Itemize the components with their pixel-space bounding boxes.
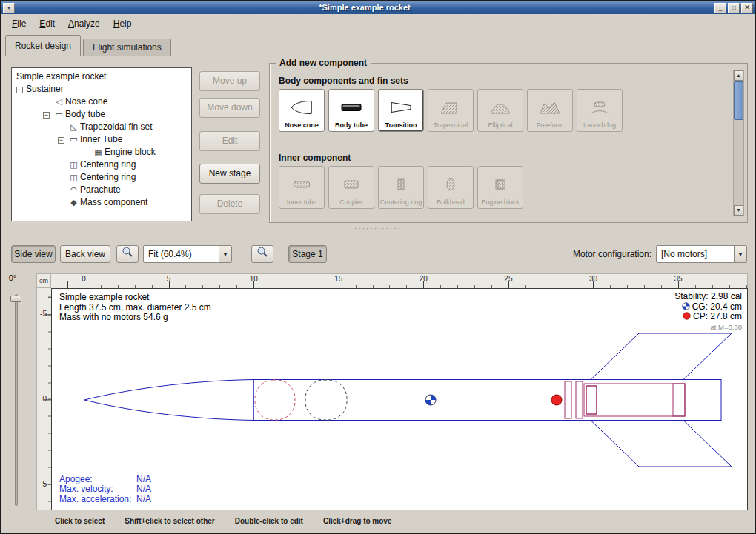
new-stage-button[interactable]: New stage xyxy=(199,164,260,184)
tree-item-label: Centering ring xyxy=(80,172,136,182)
ruler-ticks xyxy=(51,281,747,288)
add-elliptical-fin-button[interactable]: Elliptical xyxy=(477,89,523,132)
close-button[interactable]: ✕ xyxy=(741,3,753,13)
tab-rocket-design[interactable]: Rocket design xyxy=(5,35,81,56)
tree-item-engine-block[interactable]: ▦Engine block xyxy=(12,146,191,158)
window-menu-button[interactable]: ▼ xyxy=(3,3,15,13)
magnifier-icon xyxy=(122,246,133,263)
tree-item-parachute[interactable]: ◠Parachute xyxy=(12,184,191,196)
tree-item-rocket[interactable]: Simple example rocket xyxy=(12,70,191,83)
chevron-down-icon[interactable]: ▼ xyxy=(734,246,746,262)
scroll-up-icon[interactable]: ▲ xyxy=(734,70,743,81)
slider-handle[interactable] xyxy=(10,296,21,302)
ruler-number: 20 xyxy=(412,275,434,283)
ruler-number: 30 xyxy=(583,275,605,283)
scroll-down-icon[interactable]: ▼ xyxy=(734,205,743,216)
tree-item-inner-tube[interactable]: ▭Inner Tube xyxy=(12,133,191,146)
tree-item-nose-cone[interactable]: ◁Nose cone xyxy=(12,96,191,108)
add-trapezoidal-fin-button[interactable]: Trapezoidal xyxy=(428,89,474,132)
tree-item-label: Simple example rocket xyxy=(16,71,106,81)
chevron-down-icon[interactable]: ▼ xyxy=(219,246,231,262)
tree-item-stage[interactable]: Sustainer xyxy=(12,83,191,96)
tree-item-label: Engine block xyxy=(105,147,156,157)
tree-item-centering-ring-2[interactable]: ◫Centering ring xyxy=(12,171,191,184)
add-launch-lug-button[interactable]: Launch lug xyxy=(577,89,623,132)
split-pane-divider[interactable] xyxy=(1,227,755,238)
cp-marker xyxy=(551,395,562,405)
zoom-out-button[interactable] xyxy=(251,245,273,263)
rocket-dimensions: Length 37.5 cm, max. diameter 2.5 cm xyxy=(59,303,211,313)
zoom-in-button[interactable] xyxy=(116,245,139,263)
tree-item-body-tube[interactable]: ▭Body tube xyxy=(12,108,191,121)
collapse-handle-icon[interactable] xyxy=(43,112,50,119)
side-view-button[interactable]: Side view xyxy=(11,245,56,263)
tree-item-centering-ring-1[interactable]: ◫Centering ring xyxy=(12,158,191,171)
slider-track[interactable] xyxy=(15,294,18,506)
add-body-tube-button[interactable]: Body tube xyxy=(328,89,374,132)
title-bar[interactable]: ▼ *Simple example rocket _ □ ✕ xyxy=(1,1,755,14)
inner-component-label: Inner component xyxy=(279,153,351,163)
vertical-ruler: -5 0 5 xyxy=(36,288,51,510)
elliptical-fin-icon xyxy=(488,93,512,121)
collapse-handle-icon[interactable] xyxy=(58,137,64,144)
tree-item-label: Sustainer xyxy=(26,84,64,94)
application-window: ▼ *Simple example rocket _ □ ✕ File Edit… xyxy=(0,0,756,534)
rotation-value: 0° xyxy=(2,273,23,282)
tree-item-label: Mass component xyxy=(80,197,147,207)
motor-configuration-value: [No motors] xyxy=(657,249,734,259)
component-tree[interactable]: Simple example rocket Sustainer ◁Nose co… xyxy=(11,67,192,221)
hint-click-select: Click to select xyxy=(55,517,105,531)
add-nose-cone-button[interactable]: Nose cone xyxy=(279,89,325,132)
cg-icon xyxy=(682,302,690,310)
menu-analyze[interactable]: Analyze xyxy=(62,16,107,32)
menu-edit[interactable]: Edit xyxy=(33,16,62,32)
parachute-icon: ◠ xyxy=(67,184,80,196)
menu-file[interactable]: File xyxy=(5,16,33,32)
button-label: Trapezoidal xyxy=(434,121,468,129)
menu-help[interactable]: Help xyxy=(107,16,139,32)
cg-readout: CG: 20.4 cm xyxy=(674,302,742,313)
add-freeform-fin-button[interactable]: Freeform xyxy=(527,89,573,132)
centering-ring-icon xyxy=(389,170,413,198)
ruler-number: 35 xyxy=(667,275,689,283)
add-inner-tube-button[interactable]: Inner tube xyxy=(279,166,325,209)
freeform-fin-icon xyxy=(538,93,562,121)
add-centering-ring-button[interactable]: Centering ring xyxy=(378,166,424,209)
edit-button[interactable]: Edit xyxy=(199,131,260,151)
maximize-button[interactable]: □ xyxy=(728,3,740,13)
stage-1-toggle[interactable]: Stage 1 xyxy=(288,245,327,263)
rotation-slider[interactable] xyxy=(10,291,22,509)
max-velocity-value: N/A xyxy=(136,484,151,495)
ruler-unit: cm xyxy=(36,273,51,288)
add-coupler-button[interactable]: Coupler xyxy=(328,166,374,209)
component-scrollbar[interactable]: ▲ ▼ xyxy=(733,70,744,216)
move-down-button[interactable]: Move down xyxy=(199,98,260,118)
button-label: Launch lug xyxy=(583,121,616,129)
scrollbar-thumb[interactable] xyxy=(734,81,743,120)
tree-item-fin-set[interactable]: ◺Trapezoidal fin set xyxy=(12,121,191,133)
cg-value: CG: 20.4 cm xyxy=(692,301,742,312)
motor-configuration-select[interactable]: [No motors] ▼ xyxy=(656,245,747,263)
max-acceleration-label: Max. acceleration: xyxy=(59,495,136,505)
nose-cone-icon: ◁ xyxy=(53,96,65,108)
tree-item-mass-component[interactable]: ◆Mass component xyxy=(12,196,191,209)
zoom-select[interactable]: Fit (60.4%) ▼ xyxy=(143,245,232,263)
button-label: Transition xyxy=(385,121,417,129)
zoom-value: Fit (60.4%) xyxy=(144,249,219,259)
tree-item-label: Inner Tube xyxy=(80,134,122,144)
add-bulkhead-button[interactable]: Bulkhead xyxy=(428,166,474,209)
tab-flight-simulations[interactable]: Flight simulations xyxy=(83,39,171,56)
cg-marker xyxy=(425,395,436,405)
back-view-button[interactable]: Back view xyxy=(60,245,110,263)
delete-button[interactable]: Delete xyxy=(199,194,260,214)
collapse-handle-icon[interactable] xyxy=(16,87,23,93)
move-up-button[interactable]: Move up xyxy=(199,71,260,91)
add-transition-button[interactable]: Transition xyxy=(378,89,424,132)
rocket-figure-canvas[interactable]: Simple example rocket Length 37.5 cm, ma… xyxy=(51,288,748,510)
button-label: Centering ring xyxy=(380,198,422,206)
minimize-button[interactable]: _ xyxy=(714,3,726,13)
rocket-info: Simple example rocket Length 37.5 cm, ma… xyxy=(59,293,211,323)
add-engine-block-button[interactable]: Engine block xyxy=(477,166,523,209)
tree-item-label: Parachute xyxy=(80,184,121,195)
button-label: Inner tube xyxy=(287,198,317,206)
